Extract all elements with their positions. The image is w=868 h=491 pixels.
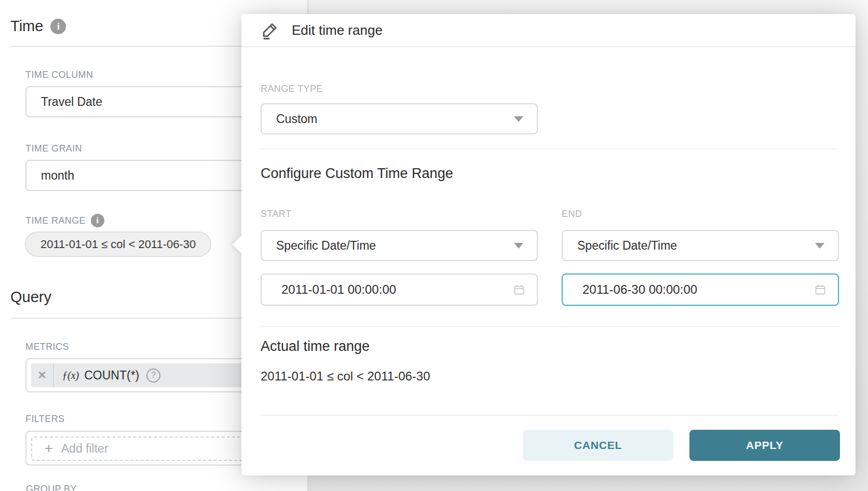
chevron-down-icon bbox=[815, 243, 824, 249]
screen: Time i TIME COLUMN Travel Date TIME GRAI… bbox=[0, 0, 868, 491]
edit-pencil-icon bbox=[261, 21, 279, 39]
function-icon: ƒ(x) bbox=[62, 370, 79, 381]
cancel-button[interactable]: CANCEL bbox=[523, 430, 673, 461]
edit-time-range-popover: Edit time range RANGE TYPE Custom Config… bbox=[241, 14, 856, 475]
time-section-title: Time bbox=[10, 18, 43, 35]
actual-time-range-value: 2011-01-01 ≤ col < 2011-06-30 bbox=[261, 369, 430, 384]
end-mode-value: Specific Date/Time bbox=[577, 239, 677, 253]
help-icon[interactable]: ? bbox=[146, 369, 160, 383]
info-icon[interactable]: i bbox=[91, 214, 104, 227]
time-column-value: Travel Date bbox=[41, 95, 102, 109]
start-mode-value: Specific Date/Time bbox=[276, 239, 376, 253]
divider bbox=[261, 148, 839, 149]
start-datetime-input[interactable] bbox=[262, 275, 513, 305]
popover-header: Edit time range bbox=[241, 14, 856, 47]
time-grain-label: TIME GRAIN bbox=[25, 143, 82, 154]
calendar-icon[interactable] bbox=[513, 283, 537, 296]
divider bbox=[261, 326, 839, 327]
end-label: END bbox=[562, 209, 582, 220]
time-grain-value: month bbox=[41, 169, 74, 183]
end-datetime-field bbox=[562, 274, 839, 306]
time-range-label-text: TIME RANGE bbox=[25, 215, 86, 226]
calendar-icon[interactable] bbox=[814, 283, 838, 296]
filters-label: FILTERS bbox=[25, 414, 64, 425]
info-icon[interactable]: i bbox=[50, 19, 66, 34]
time-range-pill[interactable]: 2011-01-01 ≤ col < 2011-06-30 bbox=[25, 231, 211, 257]
add-filter-label: Add filter bbox=[61, 442, 108, 456]
actual-time-range-heading: Actual time range bbox=[261, 338, 370, 354]
group-by-label: GROUP BY bbox=[26, 484, 77, 491]
apply-button[interactable]: APPLY bbox=[689, 430, 840, 461]
range-type-label: RANGE TYPE bbox=[261, 84, 323, 94]
time-range-label: TIME RANGE i bbox=[25, 214, 104, 227]
start-datetime-field bbox=[261, 274, 538, 306]
metric-name: COUNT(*) bbox=[84, 369, 139, 383]
popover-title: Edit time range bbox=[292, 22, 383, 38]
time-section-heading: Time i bbox=[10, 18, 66, 35]
configure-heading: Configure Custom Time Range bbox=[261, 166, 453, 182]
remove-metric-icon[interactable]: ✕ bbox=[31, 363, 54, 387]
footer-divider bbox=[261, 415, 839, 416]
time-column-label: TIME COLUMN bbox=[25, 70, 93, 80]
plus-icon: + bbox=[45, 441, 53, 457]
start-label: START bbox=[261, 209, 291, 220]
time-range-pill-value: 2011-01-01 ≤ col < 2011-06-30 bbox=[40, 238, 196, 251]
query-section-title: Query bbox=[10, 289, 51, 306]
chevron-down-icon bbox=[514, 243, 523, 249]
start-mode-select[interactable]: Specific Date/Time bbox=[261, 230, 538, 261]
range-type-value: Custom bbox=[276, 112, 317, 126]
range-type-select[interactable]: Custom bbox=[261, 103, 538, 134]
query-section-heading: Query bbox=[10, 289, 51, 306]
chevron-down-icon bbox=[514, 116, 523, 122]
end-mode-select[interactable]: Specific Date/Time bbox=[562, 230, 839, 261]
end-datetime-input[interactable] bbox=[563, 275, 814, 305]
metrics-label: METRICS bbox=[25, 342, 69, 352]
